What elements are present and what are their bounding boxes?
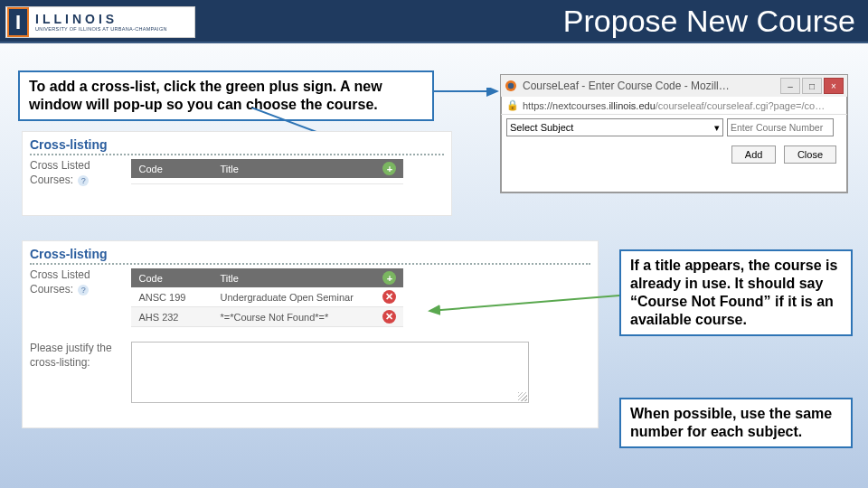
col-code: Code: [131, 268, 212, 287]
table-row[interactable]: ANSC 199 Undergraduate Open Seminar ✕: [131, 287, 403, 307]
section-heading: Cross-listing: [30, 137, 444, 155]
add-row-icon[interactable]: +: [382, 271, 396, 285]
callout-title-appears: If a title appears, the course is alread…: [619, 249, 853, 336]
resize-grip-icon[interactable]: [518, 392, 527, 401]
close-button[interactable]: Close: [784, 145, 836, 164]
justify-label: Please justify the cross-listing:: [30, 342, 127, 370]
col-title: Title: [212, 159, 375, 178]
col-title: Title: [212, 268, 375, 287]
course-number-input[interactable]: [727, 118, 834, 136]
address-bar[interactable]: 🔒 https://nextcourses.illinois.edu/cours…: [501, 97, 847, 115]
table-row[interactable]: AHS 232 *=*Course Not Found*=* ✕: [131, 307, 403, 327]
section-heading: Cross-listing: [30, 247, 590, 265]
cell-code: ANSC 199: [131, 287, 212, 307]
logo-wordmark: ILLINOIS: [35, 13, 167, 25]
course-code-popup: CourseLeaf - Enter Course Code - Mozill……: [500, 74, 848, 193]
maximize-button[interactable]: □: [802, 78, 822, 94]
illinois-logo: I ILLINOIS UNIVERSITY OF ILLINOIS AT URB…: [5, 6, 195, 38]
crosslist-table-empty: Code Title +: [131, 159, 403, 184]
callout-text: If a title appears, the course is alread…: [630, 258, 837, 327]
callout-text: When possible, use the same number for e…: [630, 406, 832, 439]
minimize-button[interactable]: –: [780, 78, 800, 94]
firefox-icon: [505, 80, 517, 92]
header-bar: I ILLINOIS UNIVERSITY OF ILLINOIS AT URB…: [0, 0, 868, 42]
url-host: illinois.edu: [609, 100, 655, 111]
cell-code: AHS 232: [131, 307, 212, 327]
crosslist-table: Code Title + ANSC 199 Undergraduate Open…: [131, 268, 403, 327]
svg-point-3: [508, 83, 514, 89]
page-title: Propose New Course: [563, 0, 855, 42]
close-window-button[interactable]: ×: [824, 78, 844, 94]
help-icon[interactable]: ?: [78, 285, 89, 296]
url-protocol: https://nextcourses.: [523, 100, 609, 111]
callout-same-number: When possible, use the same number for e…: [619, 398, 853, 448]
crosslisting-panel-empty: Cross-listing Cross Listed Courses: ? Co…: [22, 131, 452, 216]
block-i-icon: I: [7, 7, 29, 37]
popup-title: CourseLeaf - Enter Course Code - Mozill…: [523, 80, 778, 92]
lock-icon: 🔒: [506, 99, 519, 111]
col-code: Code: [131, 159, 212, 178]
subject-select-label: Select Subject: [510, 122, 573, 133]
add-row-icon[interactable]: +: [382, 162, 396, 175]
logo-subtext: UNIVERSITY OF ILLINOIS AT URBANA-CHAMPAI…: [35, 27, 167, 33]
help-icon[interactable]: ?: [78, 175, 89, 186]
popup-titlebar: CourseLeaf - Enter Course Code - Mozill……: [501, 75, 847, 97]
delete-row-icon[interactable]: ✕: [382, 290, 396, 304]
chevron-down-icon: ▾: [714, 122, 720, 134]
crosslisted-label: Cross Listed Courses: ?: [30, 159, 127, 187]
crosslisted-label: Cross Listed Courses: ?: [30, 268, 127, 296]
cell-title: Undergraduate Open Seminar: [212, 287, 375, 307]
url-path: /courseleaf/courseleaf.cgi?page=/co…: [656, 100, 825, 111]
add-button[interactable]: Add: [731, 145, 777, 164]
cell-title-notfound: *=*Course Not Found*=*: [212, 307, 375, 327]
subject-select[interactable]: Select Subject ▾: [506, 118, 723, 136]
callout-text: To add a cross-list, click the green plu…: [29, 79, 382, 112]
justify-textarea[interactable]: [131, 342, 529, 403]
delete-row-icon[interactable]: ✕: [382, 310, 396, 324]
header-underline: [0, 42, 868, 43]
arrow-to-popup: [434, 88, 506, 97]
crosslisting-panel-filled: Cross-listing Cross Listed Courses: ? Co…: [22, 240, 599, 428]
callout-add-crosslist: To add a cross-list, click the green plu…: [18, 70, 434, 121]
